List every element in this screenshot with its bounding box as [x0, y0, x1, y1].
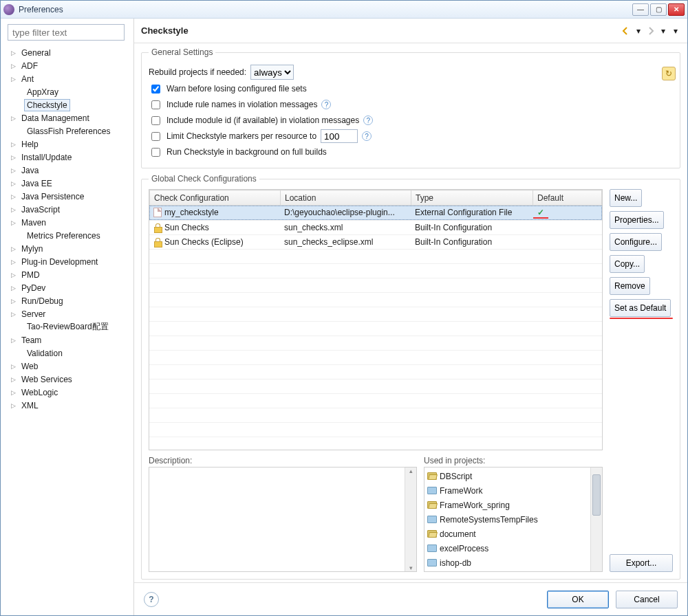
tree-item[interactable]: Validation: [3, 346, 131, 360]
list-item[interactable]: RemoteSystemsTempFiles: [427, 512, 599, 527]
table-row[interactable]: Sun Checks (Eclipse)sun_checks_eclipse.x…: [149, 234, 602, 249]
tree-item[interactable]: Tao-ReviewBoard配置: [3, 320, 131, 333]
configure-button[interactable]: Configure...: [610, 233, 662, 251]
tree-item[interactable]: ▷Maven: [3, 216, 131, 229]
projects-list[interactable]: DBScriptFrameWorkFrameWork_springRemoteS…: [424, 467, 603, 572]
tree-item[interactable]: ▷Web: [3, 360, 131, 373]
maximize-button[interactable]: ▢: [650, 3, 667, 16]
expand-icon[interactable]: ▷: [9, 206, 17, 213]
expand-icon[interactable]: ▷: [9, 258, 17, 265]
filter-input[interactable]: [8, 24, 125, 41]
tree-item[interactable]: ▷PMD: [3, 268, 131, 281]
list-item[interactable]: FrameWork: [427, 483, 599, 498]
tree-item[interactable]: ▷Install/Update: [3, 151, 131, 164]
tree-item[interactable]: ▷PyDev: [3, 281, 131, 294]
tree-item[interactable]: ▷Ant: [3, 72, 131, 85]
expand-icon[interactable]: ▷: [9, 285, 17, 292]
tree-item[interactable]: ▷ADF: [3, 59, 131, 72]
forward-menu-icon[interactable]: ▾: [658, 26, 668, 36]
limit-input[interactable]: [321, 129, 358, 143]
back-menu-icon[interactable]: ▾: [634, 26, 643, 36]
tree-item[interactable]: ▷Java EE: [3, 177, 131, 190]
tree-item[interactable]: ▷General: [3, 46, 131, 59]
list-item[interactable]: excelProcess: [427, 541, 599, 556]
expand-icon[interactable]: ▷: [9, 219, 17, 226]
help-button[interactable]: ?: [144, 592, 159, 607]
tree-item[interactable]: AppXray: [3, 85, 131, 98]
limit-checkbox[interactable]: [151, 132, 160, 141]
expand-icon[interactable]: ▷: [9, 389, 17, 396]
tree-item[interactable]: ▷Java Persistence: [3, 190, 131, 203]
tree-item[interactable]: ▷Web Services: [3, 373, 131, 386]
close-button[interactable]: ✕: [668, 3, 685, 16]
view-menu-icon[interactable]: ▾: [671, 26, 680, 36]
expand-icon[interactable]: ▷: [9, 272, 17, 278]
category-tree[interactable]: ▷General▷ADF▷AntAppXrayCheckstyle▷Data M…: [3, 45, 131, 613]
col-check-config[interactable]: Check Configuration: [150, 190, 281, 206]
expand-icon[interactable]: ▷: [9, 180, 17, 187]
set-as-default-button[interactable]: Set as Default: [610, 299, 671, 317]
export-button[interactable]: Export...: [610, 554, 673, 572]
ok-button[interactable]: OK: [547, 591, 609, 608]
expand-icon[interactable]: ▷: [9, 193, 17, 200]
warn-label[interactable]: Warn before losing configured file sets: [166, 84, 307, 94]
tree-item[interactable]: ▷Team: [3, 333, 131, 346]
minimize-button[interactable]: —: [632, 3, 649, 16]
include-module-checkbox[interactable]: [151, 116, 160, 125]
include-rule-label[interactable]: Include rule names in violation messages: [166, 100, 317, 109]
properties-button[interactable]: Properties...: [610, 211, 664, 229]
table-row[interactable]: my_checkstyleD:\geyouchao\eclipse-plugin…: [149, 206, 602, 220]
tree-item[interactable]: ▷JavaScript: [3, 203, 131, 216]
scrollbar[interactable]: [590, 468, 602, 571]
expand-icon[interactable]: ▷: [9, 154, 17, 161]
refresh-icon[interactable]: ↻: [662, 67, 676, 80]
cancel-button[interactable]: Cancel: [616, 591, 678, 608]
scrollbar[interactable]: ▴▾: [405, 468, 416, 571]
tree-item[interactable]: ▷Run/Debug: [3, 294, 131, 307]
include-module-label[interactable]: Include module id (if available) in viol…: [166, 116, 359, 125]
list-item[interactable]: ishop-db: [427, 556, 599, 570]
list-item[interactable]: DBScript: [427, 469, 599, 483]
include-rule-checkbox[interactable]: [151, 100, 160, 109]
table-row[interactable]: Sun Checkssun_checks.xmlBuilt-In Configu…: [149, 220, 602, 234]
tree-item[interactable]: ▷WebLogic: [3, 386, 131, 399]
configs-table[interactable]: Check Configuration Location Type Defaul…: [149, 189, 603, 450]
list-item[interactable]: FrameWork_spring: [427, 498, 599, 512]
remove-button[interactable]: Remove: [610, 277, 650, 295]
tree-item[interactable]: ▷Java: [3, 164, 131, 177]
tree-item[interactable]: GlassFish Preferences: [3, 124, 131, 138]
expand-icon[interactable]: ▷: [9, 115, 17, 122]
col-location[interactable]: Location: [281, 190, 411, 206]
tree-item[interactable]: Checkstyle: [3, 98, 131, 111]
tree-item[interactable]: Metrics Preferences: [3, 229, 131, 242]
expand-icon[interactable]: ▷: [9, 50, 17, 56]
list-item[interactable]: document: [427, 527, 599, 541]
back-icon[interactable]: [621, 26, 631, 36]
expand-icon[interactable]: ▷: [9, 376, 17, 383]
run-bg-label[interactable]: Run Checkstyle in background on full bui…: [166, 147, 327, 157]
rebuild-select[interactable]: always: [250, 65, 294, 80]
warn-checkbox[interactable]: [151, 85, 160, 94]
titlebar[interactable]: Preferences — ▢ ✕: [1, 1, 687, 19]
tree-item[interactable]: ▷Data Management: [3, 111, 131, 124]
help-icon[interactable]: ?: [362, 131, 372, 141]
new-button[interactable]: New...: [610, 189, 642, 207]
tree-item[interactable]: ▷XML: [3, 399, 131, 412]
expand-icon[interactable]: ▷: [9, 245, 17, 252]
expand-icon[interactable]: ▷: [9, 311, 17, 318]
limit-label[interactable]: Limit Checkstyle markers per resource to: [166, 131, 316, 141]
expand-icon[interactable]: ▷: [9, 298, 17, 305]
tree-item[interactable]: ▷Mylyn: [3, 242, 131, 255]
col-type[interactable]: Type: [411, 190, 533, 206]
help-icon[interactable]: ?: [321, 100, 331, 109]
expand-icon[interactable]: ▷: [9, 76, 17, 82]
col-default[interactable]: Default: [533, 190, 602, 206]
run-bg-checkbox[interactable]: [151, 148, 160, 157]
copy-button[interactable]: Copy...: [610, 255, 645, 273]
tree-item[interactable]: ▷Server: [3, 307, 131, 320]
description-textarea[interactable]: ▴▾: [149, 467, 417, 572]
expand-icon[interactable]: ▷: [9, 337, 17, 344]
expand-icon[interactable]: ▷: [9, 141, 17, 148]
tree-item[interactable]: ▷Help: [3, 138, 131, 151]
help-icon[interactable]: ?: [363, 116, 373, 125]
